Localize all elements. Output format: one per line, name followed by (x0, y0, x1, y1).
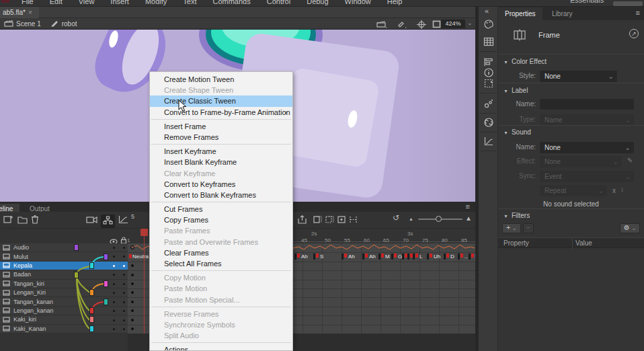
repeat-stepper-icon[interactable]: ↕ (620, 186, 624, 193)
layer-color-swatch[interactable] (74, 244, 79, 251)
menu-debug[interactable]: Debug (298, 0, 336, 6)
collapse-panels-icon[interactable]: « (485, 7, 495, 17)
section-sound[interactable]: ▼Sound (504, 128, 531, 136)
layer-color-swatch[interactable] (89, 325, 94, 332)
center-frame-icon[interactable] (417, 20, 426, 30)
layer-lock-dot[interactable] (123, 301, 125, 303)
menu-item-select-all-frames[interactable]: Select All Frames (150, 258, 292, 269)
layer-lock-dot[interactable] (123, 247, 125, 249)
menu-window[interactable]: Window (337, 0, 379, 6)
layer-color-swatch[interactable] (89, 262, 94, 269)
filter-options-button[interactable]: ⚙ ⌄ (620, 223, 640, 233)
section-filters[interactable]: ▼Filters (504, 212, 530, 219)
tab-library[interactable]: Library (545, 7, 579, 20)
properties-panel-menu-icon[interactable]: ≡ (636, 9, 640, 17)
layer-color-swatch[interactable] (89, 307, 94, 314)
export-frames-icon[interactable] (298, 214, 308, 227)
help-icon[interactable]: ↗ (629, 29, 639, 38)
section-color-effect[interactable]: ▼Color Effect (504, 58, 547, 65)
menu-item-remove-frames[interactable]: Remove Frames (150, 132, 292, 143)
layer-visibility-dot[interactable] (113, 274, 115, 276)
menu-text[interactable]: Text (175, 0, 204, 6)
menu-view[interactable]: View (71, 0, 103, 6)
sound-name-dropdown[interactable]: None ⌄ (540, 142, 634, 153)
timeline-zoom-knob[interactable] (436, 216, 442, 222)
layer-color-swatch[interactable] (89, 289, 94, 296)
menu-item-convert-to-blank-keyframes[interactable]: Convert to Blank Keyframes (150, 190, 292, 200)
search-input[interactable] (613, 1, 643, 6)
new-folder-icon[interactable] (17, 214, 28, 227)
cc-libraries-panel-icon[interactable] (483, 117, 494, 128)
add-filter-button[interactable]: + ⌄ (502, 223, 521, 233)
layer-visibility-dot[interactable] (113, 310, 115, 312)
layer-visibility-dot[interactable] (113, 265, 115, 267)
layer-visibility-dot[interactable] (113, 319, 115, 321)
label-name-input[interactable] (540, 99, 634, 110)
timeline-zoom-in-icon[interactable]: ▲ (465, 214, 472, 222)
layer-lock-dot[interactable] (123, 310, 125, 312)
timeline-panel-menu-icon[interactable]: ≡ (466, 202, 470, 210)
onion-skin-outlines-icon[interactable] (325, 214, 334, 227)
align-panel-icon[interactable] (483, 56, 494, 67)
close-tab-icon[interactable]: × (28, 9, 32, 16)
menu-control[interactable]: Control (259, 0, 298, 6)
menu-item-insert-keyframe[interactable]: Insert Keyframe (150, 146, 292, 157)
onion-skin-icon[interactable] (313, 214, 322, 227)
history-panel-icon[interactable] (483, 136, 494, 147)
menu-item-cut-frames[interactable]: Cut Frames (150, 204, 292, 214)
scene-breadcrumb[interactable]: Scene 1 (16, 20, 41, 28)
menu-help[interactable]: Help (379, 0, 411, 6)
edit-multiple-frames-icon[interactable] (337, 214, 346, 227)
swatches-panel-icon[interactable] (483, 36, 494, 47)
menu-item-actions[interactable]: Actions (150, 344, 292, 351)
edit-scene-icon[interactable] (376, 20, 387, 30)
tab-properties[interactable]: Properties (498, 7, 542, 20)
layer-parenting-icon[interactable] (101, 214, 115, 228)
layer-color-swatch[interactable] (104, 299, 108, 305)
reset-timeline-zoom-icon[interactable]: ↺ (393, 213, 399, 223)
menu-commands[interactable]: Commands (204, 0, 258, 6)
menu-modify[interactable]: Modify (137, 0, 175, 6)
layer-color-swatch[interactable] (89, 316, 94, 323)
menu-item-insert-frame[interactable]: Insert Frame (150, 121, 292, 132)
layer-lock-dot[interactable] (123, 292, 125, 294)
section-label[interactable]: ▼Label (504, 87, 528, 94)
menu-edit[interactable]: Edit (42, 0, 71, 6)
modify-markers-icon[interactable] (349, 214, 358, 227)
menu-item-convert-to-keyframes[interactable]: Convert to Keyframes (150, 179, 292, 190)
timeline-zoom-out-icon[interactable]: ▲ (409, 217, 413, 221)
clip-content-icon[interactable] (432, 20, 441, 30)
stage-zoom-value[interactable]: 424% (441, 20, 465, 28)
graph-editor-icon[interactable] (118, 214, 128, 227)
layer-lock-dot[interactable] (123, 319, 125, 321)
menu-item-create-motion-tween[interactable]: Create Motion Tween (150, 74, 292, 85)
layer-visibility-dot[interactable] (113, 292, 115, 294)
layer-visibility-dot[interactable] (113, 328, 115, 330)
style-dropdown[interactable]: None ⌄ (540, 71, 617, 82)
layer-lock-dot[interactable] (123, 265, 125, 267)
layer-lock-dot[interactable] (123, 283, 125, 285)
workspace-switcher[interactable]: Essentials (570, 0, 604, 4)
layer-color-swatch[interactable] (104, 280, 108, 287)
symbol-breadcrumb[interactable]: robot (62, 20, 77, 28)
menu-item-clear-frames[interactable]: Clear Frames (150, 247, 292, 258)
layer-color-swatch[interactable] (74, 272, 79, 278)
layer-visibility-dot[interactable] (113, 256, 115, 258)
delete-layer-icon[interactable] (31, 214, 39, 227)
layer-visibility-dot[interactable] (113, 283, 115, 285)
edit-symbols-icon[interactable] (397, 20, 407, 30)
info-panel-icon[interactable] (483, 67, 494, 78)
layer-visibility-dot[interactable] (113, 301, 115, 303)
menu-item-copy-frames[interactable]: Copy Frames (150, 214, 292, 225)
menu-insert[interactable]: Insert (102, 0, 137, 6)
new-layer-icon[interactable] (3, 214, 13, 227)
edit-sound-envelope-icon[interactable]: ✎ (627, 157, 633, 164)
stage-zoom-chevron-icon[interactable]: ⌄ (467, 20, 473, 26)
layer-lock-dot[interactable] (123, 328, 125, 330)
menu-item-convert-frame-by-frame[interactable]: Convert to Frame-by-Frame Animation › (150, 107, 292, 118)
menu-item-create-classic-tween[interactable]: Create Classic Tween (150, 95, 292, 106)
layer-lock-dot[interactable] (123, 274, 125, 276)
layer-color-swatch[interactable] (104, 254, 108, 260)
color-panel-icon[interactable] (483, 19, 494, 30)
transform-panel-icon[interactable] (483, 78, 494, 89)
